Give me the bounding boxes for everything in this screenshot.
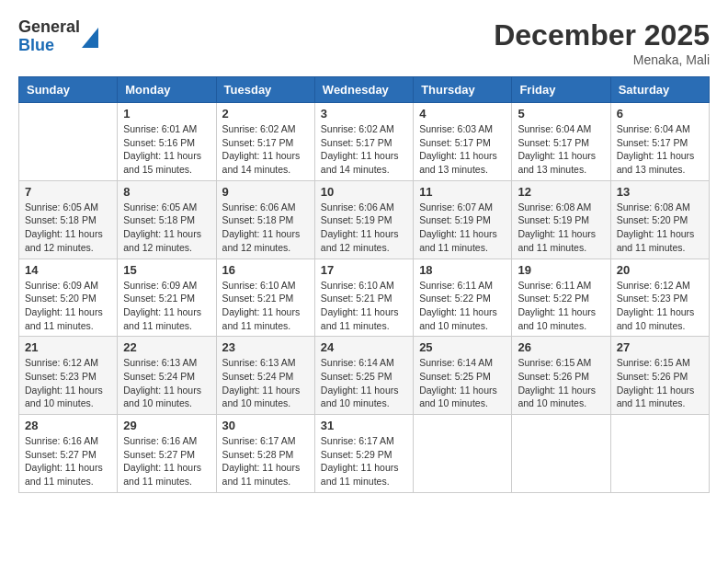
calendar-day-header: Wednesday xyxy=(314,77,413,103)
calendar-cell: 22Sunrise: 6:13 AMSunset: 5:24 PMDayligh… xyxy=(118,337,216,415)
day-info: Sunrise: 6:02 AMSunset: 5:17 PMDaylight:… xyxy=(321,122,407,177)
day-info: Sunrise: 6:09 AMSunset: 5:21 PMDaylight:… xyxy=(123,279,210,333)
day-number: 19 xyxy=(518,263,604,277)
calendar-cell xyxy=(512,415,610,493)
calendar-week-row: 21Sunrise: 6:12 AMSunset: 5:23 PMDayligh… xyxy=(19,337,710,415)
day-number: 2 xyxy=(222,107,309,121)
calendar-cell: 19Sunrise: 6:11 AMSunset: 5:22 PMDayligh… xyxy=(512,259,610,337)
day-number: 11 xyxy=(419,185,506,199)
calendar-day-header: Sunday xyxy=(19,77,118,103)
day-info: Sunrise: 6:03 AMSunset: 5:17 PMDaylight:… xyxy=(419,122,506,177)
day-number: 21 xyxy=(25,340,111,354)
day-number: 5 xyxy=(518,107,604,121)
calendar-cell: 27Sunrise: 6:15 AMSunset: 5:26 PMDayligh… xyxy=(610,337,709,415)
day-number: 23 xyxy=(222,340,309,354)
day-info: Sunrise: 6:09 AMSunset: 5:20 PMDaylight:… xyxy=(25,279,111,333)
calendar-day-header: Tuesday xyxy=(216,77,314,103)
day-info: Sunrise: 6:16 AMSunset: 5:27 PMDaylight:… xyxy=(123,434,210,488)
calendar-cell: 28Sunrise: 6:16 AMSunset: 5:27 PMDayligh… xyxy=(19,415,118,493)
title-section: December 2025 Menaka, Mali xyxy=(494,18,710,67)
calendar-cell: 3Sunrise: 6:02 AMSunset: 5:17 PMDaylight… xyxy=(314,103,413,181)
day-number: 22 xyxy=(123,340,210,354)
month-title: December 2025 xyxy=(494,18,710,52)
day-number: 7 xyxy=(25,185,111,199)
day-number: 31 xyxy=(321,419,407,432)
day-info: Sunrise: 6:13 AMSunset: 5:24 PMDaylight:… xyxy=(222,356,309,410)
calendar-day-header: Saturday xyxy=(610,77,709,103)
calendar-cell: 6Sunrise: 6:04 AMSunset: 5:17 PMDaylight… xyxy=(610,103,709,181)
day-info: Sunrise: 6:14 AMSunset: 5:25 PMDaylight:… xyxy=(321,356,407,410)
day-info: Sunrise: 6:10 AMSunset: 5:21 PMDaylight:… xyxy=(222,279,309,333)
calendar-cell: 31Sunrise: 6:17 AMSunset: 5:29 PMDayligh… xyxy=(314,415,413,493)
calendar-cell xyxy=(19,103,118,181)
day-info: Sunrise: 6:04 AMSunset: 5:17 PMDaylight:… xyxy=(518,122,604,177)
day-number: 9 xyxy=(222,185,309,199)
day-info: Sunrise: 6:01 AMSunset: 5:16 PMDaylight:… xyxy=(123,122,210,177)
calendar-cell: 16Sunrise: 6:10 AMSunset: 5:21 PMDayligh… xyxy=(216,259,314,337)
logo: General Blue xyxy=(18,18,98,55)
day-info: Sunrise: 6:10 AMSunset: 5:21 PMDaylight:… xyxy=(321,279,407,333)
calendar-cell: 4Sunrise: 6:03 AMSunset: 5:17 PMDaylight… xyxy=(414,103,512,181)
day-info: Sunrise: 6:02 AMSunset: 5:17 PMDaylight:… xyxy=(222,122,309,177)
day-info: Sunrise: 6:06 AMSunset: 5:19 PMDaylight:… xyxy=(321,201,407,255)
day-number: 13 xyxy=(617,185,703,199)
day-number: 16 xyxy=(222,263,309,277)
logo-general: General xyxy=(18,18,80,37)
day-info: Sunrise: 6:06 AMSunset: 5:18 PMDaylight:… xyxy=(222,201,309,255)
day-number: 26 xyxy=(518,340,604,354)
calendar-cell: 12Sunrise: 6:08 AMSunset: 5:19 PMDayligh… xyxy=(512,180,610,259)
day-info: Sunrise: 6:05 AMSunset: 5:18 PMDaylight:… xyxy=(25,201,111,255)
calendar-day-header: Monday xyxy=(118,77,216,103)
calendar-cell xyxy=(414,415,512,493)
day-info: Sunrise: 6:15 AMSunset: 5:26 PMDaylight:… xyxy=(617,356,703,410)
calendar-cell: 26Sunrise: 6:15 AMSunset: 5:26 PMDayligh… xyxy=(512,337,610,415)
calendar-cell: 23Sunrise: 6:13 AMSunset: 5:24 PMDayligh… xyxy=(216,337,314,415)
day-number: 3 xyxy=(321,107,407,121)
calendar-week-row: 28Sunrise: 6:16 AMSunset: 5:27 PMDayligh… xyxy=(19,415,710,493)
logo-icon xyxy=(82,28,98,48)
calendar-cell: 5Sunrise: 6:04 AMSunset: 5:17 PMDaylight… xyxy=(512,103,610,181)
calendar-cell: 18Sunrise: 6:11 AMSunset: 5:22 PMDayligh… xyxy=(414,259,512,337)
day-info: Sunrise: 6:11 AMSunset: 5:22 PMDaylight:… xyxy=(518,279,604,333)
day-number: 30 xyxy=(222,419,309,432)
day-info: Sunrise: 6:15 AMSunset: 5:26 PMDaylight:… xyxy=(518,356,604,410)
day-info: Sunrise: 6:14 AMSunset: 5:25 PMDaylight:… xyxy=(419,356,506,410)
day-number: 12 xyxy=(518,185,604,199)
day-number: 27 xyxy=(617,340,703,354)
calendar-cell: 9Sunrise: 6:06 AMSunset: 5:18 PMDaylight… xyxy=(216,180,314,259)
day-number: 8 xyxy=(123,185,210,199)
day-number: 25 xyxy=(419,340,506,354)
calendar-week-row: 1Sunrise: 6:01 AMSunset: 5:16 PMDaylight… xyxy=(19,103,710,181)
calendar-cell: 30Sunrise: 6:17 AMSunset: 5:28 PMDayligh… xyxy=(216,415,314,493)
day-number: 28 xyxy=(25,419,111,432)
calendar-cell: 14Sunrise: 6:09 AMSunset: 5:20 PMDayligh… xyxy=(19,259,118,337)
calendar-cell: 7Sunrise: 6:05 AMSunset: 5:18 PMDaylight… xyxy=(19,180,118,259)
page-header: General Blue December 2025 Menaka, Mali xyxy=(18,18,710,67)
calendar-cell xyxy=(610,415,709,493)
day-info: Sunrise: 6:08 AMSunset: 5:19 PMDaylight:… xyxy=(518,201,604,255)
calendar-day-header: Friday xyxy=(512,77,610,103)
day-number: 14 xyxy=(25,263,111,277)
calendar-cell: 2Sunrise: 6:02 AMSunset: 5:17 PMDaylight… xyxy=(216,103,314,181)
day-info: Sunrise: 6:08 AMSunset: 5:20 PMDaylight:… xyxy=(617,201,703,255)
day-number: 20 xyxy=(617,263,703,277)
day-info: Sunrise: 6:04 AMSunset: 5:17 PMDaylight:… xyxy=(617,122,703,177)
calendar-header-row: SundayMondayTuesdayWednesdayThursdayFrid… xyxy=(19,77,710,103)
day-number: 1 xyxy=(123,107,210,121)
calendar-cell: 17Sunrise: 6:10 AMSunset: 5:21 PMDayligh… xyxy=(314,259,413,337)
calendar-week-row: 7Sunrise: 6:05 AMSunset: 5:18 PMDaylight… xyxy=(19,180,710,259)
day-info: Sunrise: 6:16 AMSunset: 5:27 PMDaylight:… xyxy=(25,434,111,488)
day-number: 29 xyxy=(123,419,210,432)
calendar-cell: 24Sunrise: 6:14 AMSunset: 5:25 PMDayligh… xyxy=(314,337,413,415)
svg-marker-0 xyxy=(82,28,98,48)
calendar-cell: 1Sunrise: 6:01 AMSunset: 5:16 PMDaylight… xyxy=(118,103,216,181)
logo-blue: Blue xyxy=(18,37,80,55)
day-number: 10 xyxy=(321,185,407,199)
calendar-cell: 21Sunrise: 6:12 AMSunset: 5:23 PMDayligh… xyxy=(19,337,118,415)
calendar-day-header: Thursday xyxy=(414,77,512,103)
day-info: Sunrise: 6:12 AMSunset: 5:23 PMDaylight:… xyxy=(617,279,703,333)
calendar-table: SundayMondayTuesdayWednesdayThursdayFrid… xyxy=(18,76,710,493)
logo-text: General Blue xyxy=(18,18,80,55)
location: Menaka, Mali xyxy=(494,52,710,67)
calendar-cell: 13Sunrise: 6:08 AMSunset: 5:20 PMDayligh… xyxy=(610,180,709,259)
